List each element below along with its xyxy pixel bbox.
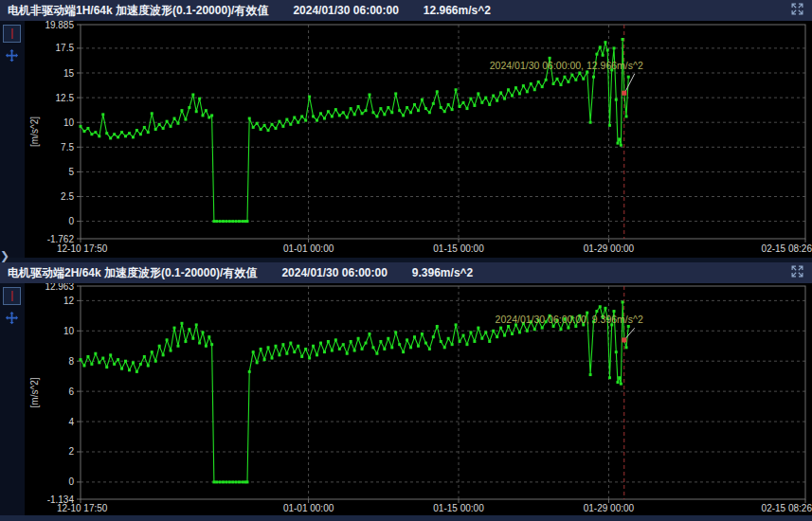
trace-point (117, 135, 119, 138)
trace-point (496, 335, 498, 338)
trace-point (371, 346, 374, 349)
trace-point (151, 112, 153, 115)
trace-point (228, 480, 231, 483)
pan-tool-button[interactable] (4, 312, 20, 328)
panel-2-toolbar (0, 283, 25, 521)
trace-point (173, 117, 176, 120)
trace-point (124, 135, 127, 137)
trace-point (371, 111, 374, 114)
trace-point (589, 121, 592, 124)
trace-point (82, 365, 85, 368)
trace-point (424, 342, 427, 345)
trace-point (473, 340, 476, 343)
trace-point (625, 346, 628, 349)
cursor-marker[interactable] (622, 337, 626, 342)
trace-point (608, 124, 611, 127)
trace-point (402, 350, 405, 353)
trace-point (533, 88, 536, 91)
y-tick-label: 10 (63, 326, 75, 336)
y-tick-label: 5 (68, 167, 74, 177)
trace-point (170, 125, 172, 128)
trace-point (484, 97, 487, 99)
trace-point (184, 340, 187, 343)
collapse-chevron-button[interactable]: ❯ (0, 248, 13, 263)
trace-point (406, 106, 408, 109)
trace-point (151, 350, 153, 353)
trace-point (90, 133, 93, 135)
trace-point (552, 82, 555, 85)
trace-point (368, 332, 370, 335)
trace-point (202, 114, 205, 117)
panel-2-datetime: 2024/01/30 06:00:00 (281, 266, 387, 279)
trace-point (530, 82, 532, 85)
trace-point (293, 350, 296, 353)
chart-1-area: 19.88517.51512.5107.552.50-1.76212-10 17… (25, 21, 812, 258)
panel-2-header: 电机驱动端2H/64k 加速度波形(0.1-20000)/有效值 2024/01… (0, 262, 812, 283)
trace-point (252, 350, 255, 353)
trace-point (353, 350, 356, 352)
trace-point (327, 340, 330, 343)
cursor-tool-button[interactable] (3, 287, 21, 305)
trace-point (432, 335, 435, 338)
trace-point (274, 127, 277, 130)
trace-point (105, 366, 108, 368)
footer-bar (0, 515, 812, 521)
chart-2-canvas[interactable]: 12.963121086420-1.13412-10 17:5001-01 00… (25, 283, 812, 521)
trace-point (421, 332, 424, 335)
trace-point (451, 343, 454, 346)
trace-point (248, 370, 251, 373)
trace-point (604, 307, 606, 310)
trace-point (507, 88, 510, 91)
trace-point (180, 322, 183, 325)
expand-icon (791, 265, 803, 280)
move-arrows-icon (5, 52, 19, 66)
cursor-annotation: 2024/01/30 06:00:00, 9.396m/s^2 (496, 314, 643, 325)
trace-point (143, 126, 146, 129)
trace-point (222, 480, 225, 483)
trace-point (556, 78, 559, 81)
trace-point (484, 331, 487, 333)
trace-point (608, 376, 611, 379)
trace-point (413, 335, 416, 338)
expand-button[interactable] (789, 265, 804, 280)
trace-point (90, 363, 93, 366)
trace-point (545, 79, 548, 81)
y-tick-label: 8 (68, 356, 74, 367)
plot-frame (81, 286, 805, 499)
trace-point (210, 343, 213, 346)
trace-point (235, 220, 238, 223)
cursor-tool-button[interactable] (3, 25, 21, 43)
trace-point (595, 53, 598, 56)
trace-point (615, 99, 618, 101)
trace-point (394, 331, 397, 333)
cursor-marker[interactable] (622, 91, 626, 96)
trace-point (612, 46, 615, 49)
trace-point (316, 119, 318, 122)
trace-point (421, 99, 424, 101)
trace-point (616, 381, 619, 384)
chart-1-canvas[interactable]: 19.88517.51512.5107.552.50-1.76212-10 17… (25, 21, 812, 258)
pan-tool-button[interactable] (4, 49, 20, 65)
trace-point (383, 348, 386, 350)
y-tick-label: 2 (68, 446, 74, 457)
trace-point (462, 101, 465, 104)
trace-point (379, 107, 382, 110)
trace-point (622, 38, 624, 41)
trace-point (334, 338, 337, 341)
trace-point (139, 363, 142, 366)
y-tick-label: 0 (68, 216, 74, 226)
trace-point (143, 355, 146, 358)
trace-point (241, 220, 244, 223)
expand-button[interactable] (789, 3, 804, 18)
trace-point (86, 127, 89, 130)
trace-point (379, 340, 382, 343)
trace-point (113, 363, 116, 366)
trace-point (260, 128, 262, 131)
trace-point (135, 370, 138, 373)
trace-point (267, 346, 270, 349)
trace-point (606, 48, 609, 51)
trace-line (81, 302, 628, 482)
trace-point (176, 345, 179, 348)
trace-point (432, 102, 435, 105)
chart-2-area: 12.963121086420-1.13412-10 17:5001-01 00… (25, 283, 812, 521)
